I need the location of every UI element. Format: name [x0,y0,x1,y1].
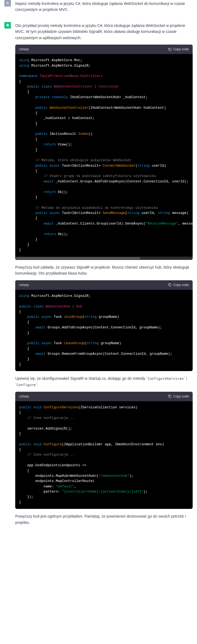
code-block-1: csharp Copy code using Microsoft.AspNetC… [15,45,193,260]
code-body[interactable]: public void ConfigureServices(IServiceCo… [15,401,193,509]
user-text: Napisz metodę kontrolera w języku C#, kt… [15,1,193,13]
ai-avatar [4,22,11,29]
ai-outro: Powyższy kod jest ogólnym przykładem. Pa… [15,513,193,525]
clipboard-icon [168,394,172,398]
code-header: csharp Copy code [15,45,193,54]
clipboard-icon [168,283,172,287]
horizontal-scrollbar[interactable] [15,257,193,260]
bot-icon [6,23,10,27]
code-body[interactable]: using Microsoft.AspNetCore.SignalR; publ… [15,290,193,371]
ai-message: Oto przykład prostej metody kontrolera w… [0,22,197,535]
code-lang: csharp [19,282,29,288]
svg-rect-3 [169,395,171,398]
person-icon [6,1,10,5]
user-message: Napisz metodę kontrolera w języku C#, kt… [0,0,197,22]
code-lang: csharp [19,394,29,399]
code-block-3: csharp Copy code public void ConfigureSe… [15,392,193,509]
user-avatar [4,0,11,7]
ai-mid1: Powyższy kod zakłada, że używasz SignalR… [15,264,193,276]
code-body[interactable]: using Microsoft.AspNetCore.Mvc; using Mi… [15,54,193,257]
code-header: csharp Copy code [15,280,193,290]
code-lang: csharp [19,47,29,52]
copy-button[interactable]: Copy code [168,282,189,288]
svg-rect-2 [169,284,171,286]
ai-intro: Oto przykład prostej metody kontrolera w… [15,23,193,41]
code-block-2: csharp Copy code using Microsoft.AspNetC… [15,280,193,371]
svg-rect-1 [169,48,171,51]
ai-mid2: Upewnij się, że skonfigurowałeś SignalR … [15,375,193,388]
code-header: csharp Copy code [15,392,193,401]
copy-button[interactable]: Copy code [168,394,189,399]
copy-button[interactable]: Copy code [168,47,189,52]
svg-point-0 [7,2,8,3]
clipboard-icon [168,48,172,51]
